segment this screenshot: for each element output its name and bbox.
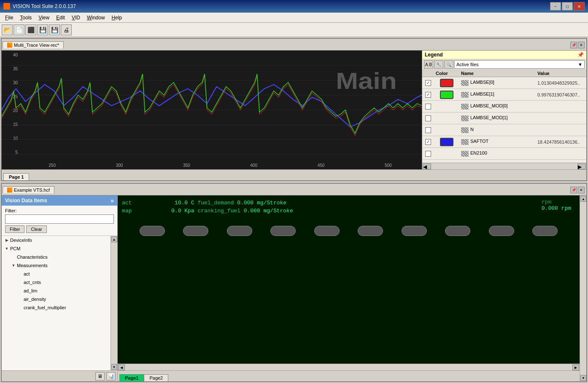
- checkbox[interactable]: [425, 104, 431, 110]
- bottom-panel-pin-button[interactable]: 📌: [570, 187, 577, 193]
- legend-bottom-scrollbar[interactable]: ◀ ▶: [422, 163, 586, 169]
- vts-oval-btn-10[interactable]: [532, 226, 558, 236]
- panel-close-button[interactable]: ✕: [578, 42, 585, 48]
- tree-item-label: PCM: [10, 246, 109, 251]
- print-button[interactable]: 🖨: [61, 24, 72, 35]
- menu-window[interactable]: Window: [84, 14, 108, 21]
- legend-ab-button[interactable]: A.B: [424, 60, 433, 69]
- menu-help[interactable]: Help: [108, 14, 126, 21]
- legend-row[interactable]: SAFTOT18.4247856140136..: [422, 136, 586, 148]
- legend-row[interactable]: LAMBSE_MOD[1]: [422, 112, 586, 124]
- window-title: VISION Tool Suite 2.0.0.137: [13, 3, 76, 9]
- legend-color-header: Color: [434, 70, 459, 77]
- vts-page1-tab[interactable]: Page1: [119, 374, 144, 381]
- checkbox[interactable]: [425, 151, 431, 157]
- list-item[interactable]: ▼PCM: [2, 244, 111, 253]
- new-button[interactable]: 📄: [13, 24, 24, 35]
- tree-chart-button[interactable]: 📊: [106, 372, 116, 380]
- hscroll-right-button[interactable]: ▶: [572, 364, 579, 370]
- vts-oval-btn-4[interactable]: [270, 226, 296, 236]
- list-item[interactable]: ▶DeviceInfo: [2, 236, 111, 244]
- hscroll-left-button[interactable]: ◀: [118, 364, 125, 370]
- multitrace-tab[interactable]: Multi_Trace View-rec*: [3, 41, 64, 48]
- panel-pin-button[interactable]: 📌: [570, 42, 577, 48]
- open-button[interactable]: 📂: [2, 24, 13, 35]
- vscroll-down-button[interactable]: ▼: [580, 375, 586, 381]
- legend-row-check[interactable]: [422, 115, 434, 121]
- stop-button[interactable]: ⬛: [25, 24, 36, 35]
- vts-oval-btn-6[interactable]: [358, 226, 383, 236]
- maximize-button[interactable]: □: [562, 2, 573, 11]
- close-button[interactable]: ✕: [574, 2, 585, 11]
- clear-button[interactable]: Clear: [26, 225, 46, 233]
- vts-line-2: map 0.0 Kpa cranking_fuel 0.000 mg/Strok…: [122, 208, 575, 214]
- list-item[interactable]: ad_lim: [2, 287, 111, 295]
- legend-row[interactable]: LAMBSE_MOD[0]: [422, 101, 586, 112]
- vts-oval-btn-8[interactable]: [445, 226, 470, 236]
- legend-search-button[interactable]: 🔍: [444, 60, 453, 69]
- legend-row[interactable]: EN2100: [422, 148, 586, 160]
- vscroll-up-button[interactable]: ▲: [580, 196, 586, 202]
- checkbox[interactable]: [425, 80, 431, 86]
- menu-file[interactable]: File: [2, 14, 16, 21]
- list-item[interactable]: air_density: [2, 295, 111, 303]
- menu-edit[interactable]: Edit: [53, 14, 68, 21]
- legend-row-check[interactable]: [422, 127, 434, 133]
- legend-file-select[interactable]: Active files ▼: [454, 60, 585, 69]
- vts-oval-btn-3[interactable]: [227, 226, 252, 236]
- legend-row-check[interactable]: [422, 151, 434, 157]
- vts-oval-btn-1[interactable]: [140, 226, 165, 236]
- scroll-up-button[interactable]: ▲: [111, 236, 117, 242]
- tree-collapse-button[interactable]: »: [111, 197, 114, 204]
- checkbox[interactable]: [425, 139, 431, 145]
- checkbox[interactable]: [425, 92, 431, 98]
- vts-oval-btn-7[interactable]: [402, 226, 427, 236]
- vts-oval-btn-5[interactable]: [314, 226, 340, 236]
- vts-oval-btn-9[interactable]: [489, 226, 514, 236]
- menu-view[interactable]: View: [35, 14, 53, 21]
- list-item[interactable]: act_cnts: [2, 278, 111, 287]
- legend-pin-button[interactable]: 📌: [577, 52, 584, 58]
- legend-row[interactable]: N: [422, 124, 586, 136]
- list-item[interactable]: Characteristics: [2, 253, 111, 261]
- save-button[interactable]: 💾: [37, 24, 48, 35]
- menu-vid[interactable]: VID: [68, 14, 84, 21]
- checkbox[interactable]: [425, 115, 431, 121]
- scroll-right-button[interactable]: ▶: [577, 163, 586, 169]
- color-swatch[interactable]: [440, 79, 453, 87]
- bottom-panel-controls: 📌 ✕: [570, 187, 585, 193]
- legend-row[interactable]: LAMBSE[0]1.01304948329925..: [422, 77, 586, 89]
- checkbox[interactable]: [425, 127, 431, 133]
- scroll-left-button[interactable]: ◀: [423, 163, 431, 169]
- legend-row-check[interactable]: [422, 92, 434, 98]
- vts-tab[interactable]: Example VTS.hcf: [3, 186, 54, 193]
- vts-hscrollbar[interactable]: ◀ ▶: [118, 364, 580, 370]
- legend-row-check[interactable]: [422, 104, 434, 110]
- minimize-button[interactable]: −: [550, 2, 561, 11]
- menu-tools[interactable]: Tools: [16, 14, 35, 21]
- legend-row-check[interactable]: [422, 80, 434, 86]
- vts-oval-btn-2[interactable]: [183, 226, 208, 236]
- tab-icon: [7, 43, 12, 48]
- vts-vscrollbar[interactable]: ▲ ▼: [580, 196, 586, 381]
- color-swatch[interactable]: [440, 138, 453, 146]
- saveas-button[interactable]: 💾: [49, 24, 60, 35]
- tree-item-label: Characteristics: [17, 254, 109, 260]
- legend-tool-button[interactable]: 🔧: [434, 60, 443, 69]
- list-item[interactable]: ▼Measurements: [2, 261, 111, 270]
- filter-input[interactable]: [5, 214, 114, 224]
- scroll-down-button[interactable]: ▼: [111, 364, 117, 370]
- page1-tab[interactable]: Page 1: [3, 173, 29, 180]
- tree-view-button[interactable]: 🖥: [95, 372, 105, 380]
- tree-scrollbar[interactable]: ▲ ▼: [111, 236, 117, 370]
- vts-page2-tab[interactable]: Page2: [144, 374, 168, 381]
- legend-row-value: [536, 153, 586, 155]
- legend-row-check[interactable]: [422, 139, 434, 145]
- list-item[interactable]: act: [2, 270, 111, 278]
- color-swatch[interactable]: [440, 91, 453, 99]
- chart-svg: Main: [2, 51, 422, 169]
- filter-button[interactable]: Filter: [5, 225, 24, 233]
- bottom-panel-close-button[interactable]: ✕: [578, 187, 585, 193]
- legend-row[interactable]: LAMBSE[1]0.99763190746307..: [422, 89, 586, 101]
- list-item[interactable]: crank_fuel_multiplier: [2, 303, 111, 312]
